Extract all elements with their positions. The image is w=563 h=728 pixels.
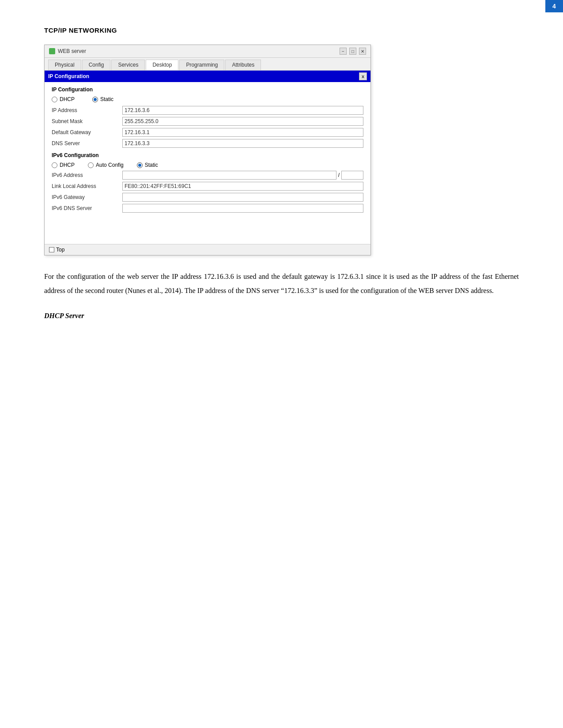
dhcp-radio-label: DHCP: [60, 96, 75, 102]
ip-config-close-button[interactable]: x: [359, 72, 367, 80]
tab-physical[interactable]: Physical: [48, 60, 81, 70]
default-gateway-row: Default Gateway: [52, 128, 363, 137]
maximize-button[interactable]: □: [349, 48, 356, 55]
ipv6-static-circle[interactable]: [137, 162, 143, 168]
top-checkbox-item[interactable]: Top: [49, 247, 64, 253]
ip-address-input[interactable]: [122, 106, 363, 115]
minimize-button[interactable]: −: [340, 48, 347, 55]
window-body: IP Configuration x IP Configuration DHCP: [45, 71, 370, 255]
dhcp-section-heading: DHCP Server: [44, 312, 519, 320]
ipv6-address-input[interactable]: [122, 171, 336, 180]
dhcp-radio-circle[interactable]: [52, 97, 57, 102]
ipv6-address-row: IPv6 Address /: [52, 171, 363, 180]
link-local-label: Link Local Address: [52, 183, 122, 189]
ipv6-gateway-row: IPv6 Gateway: [52, 193, 363, 202]
form-area: IP Configuration DHCP Static: [45, 82, 370, 244]
top-checkbox[interactable]: [49, 247, 54, 252]
dns-server-label: DNS Server: [52, 140, 122, 146]
ip-address-row: IP Address: [52, 106, 363, 115]
window-controls: − □ ✕: [340, 48, 366, 55]
top-checkbox-label: Top: [56, 247, 64, 253]
spacer: [52, 215, 363, 237]
close-button[interactable]: ✕: [359, 48, 366, 55]
ipv6-auto-radio[interactable]: Auto Config: [88, 162, 124, 168]
ipv6-static-dot: [138, 164, 141, 167]
ipv6-auto-circle[interactable]: [88, 162, 94, 168]
static-radio-dot: [94, 98, 97, 101]
tab-services[interactable]: Services: [111, 60, 145, 70]
ipv6-gateway-input[interactable]: [122, 193, 363, 202]
dns-server-row: DNS Server: [52, 139, 363, 148]
static-radio[interactable]: Static: [92, 96, 113, 102]
tab-programming[interactable]: Programming: [179, 60, 224, 70]
dns-server-input[interactable]: [122, 139, 363, 148]
ipv6-input-pair: /: [122, 171, 363, 180]
body-text: For the configuration of the web server …: [44, 270, 519, 298]
ipv6-static-radio[interactable]: Static: [137, 162, 158, 168]
ipv6-slash: /: [338, 172, 340, 178]
page-number-badge: 4: [545, 0, 563, 12]
static-radio-label: Static: [100, 96, 113, 102]
ip-config-header-label: IP Configuration: [48, 73, 89, 79]
subnet-mask-label: Subnet Mask: [52, 118, 122, 124]
ip-config-sublabel: IP Configuration: [52, 86, 363, 93]
ipv6-radio-row: DHCP Auto Config Static: [52, 162, 363, 168]
ipv6-section: IPv6 Configuration DHCP Auto Config: [52, 152, 363, 213]
tab-config[interactable]: Config: [82, 60, 111, 70]
link-local-row: Link Local Address: [52, 182, 363, 191]
ip-address-label: IP Address: [52, 107, 122, 113]
window-title-left: WEB server: [49, 48, 86, 54]
ipv6-dns-input[interactable]: [122, 204, 363, 213]
ipv6-static-label: Static: [145, 162, 158, 168]
ipv6-section-label: IPv6 Configuration: [52, 152, 363, 158]
default-gateway-label: Default Gateway: [52, 129, 122, 135]
ipv6-gateway-label: IPv6 Gateway: [52, 194, 122, 200]
web-server-window: WEB server − □ ✕ Physical Config Service…: [44, 45, 371, 255]
ipv6-dns-label: IPv6 DNS Server: [52, 205, 122, 211]
ipv6-auto-label: Auto Config: [96, 162, 124, 168]
ip-config-header-bar: IP Configuration x: [45, 71, 370, 82]
tab-bar: Physical Config Services Desktop Program…: [45, 58, 370, 71]
static-radio-circle[interactable]: [92, 97, 98, 102]
ipv6-dhcp-label: DHCP: [60, 162, 75, 168]
tab-desktop[interactable]: Desktop: [146, 60, 178, 70]
subnet-mask-row: Subnet Mask: [52, 117, 363, 126]
default-gateway-input[interactable]: [122, 128, 363, 137]
tab-attributes[interactable]: Attributes: [225, 60, 261, 70]
window-titlebar: WEB server − □ ✕: [45, 45, 370, 58]
ipv6-suffix-input[interactable]: [341, 171, 363, 180]
ipv4-radio-row: DHCP Static: [52, 96, 363, 102]
section-heading: TCP/IP NETWORKING: [44, 26, 519, 34]
dhcp-radio[interactable]: DHCP: [52, 96, 75, 102]
window-bottom-bar: Top: [45, 244, 370, 255]
ipv6-dhcp-radio[interactable]: DHCP: [52, 162, 75, 168]
ipv6-dns-row: IPv6 DNS Server: [52, 204, 363, 213]
link-local-input[interactable]: [122, 182, 363, 191]
ipv6-dhcp-circle[interactable]: [52, 162, 57, 168]
window-title: WEB server: [58, 48, 86, 54]
subnet-mask-input[interactable]: [122, 117, 363, 126]
window-icon: [49, 48, 55, 54]
ipv6-address-label: IPv6 Address: [52, 172, 122, 178]
